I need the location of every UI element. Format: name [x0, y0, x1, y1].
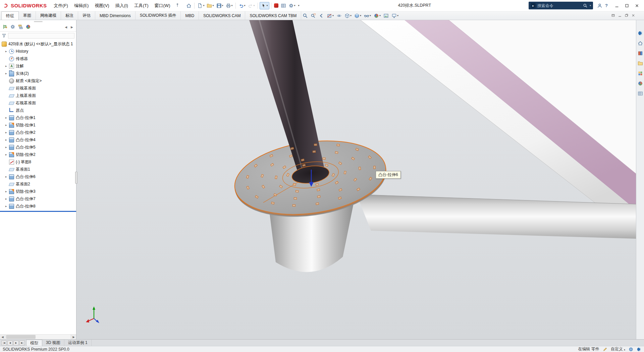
solidworks-resources-icon[interactable]	[637, 40, 644, 46]
tab-mbd-dimensions[interactable]: MBD Dimensions	[95, 11, 136, 20]
tree-item[interactable]: ▸History	[0, 48, 76, 55]
tab-cam-tbm[interactable]: SOLIDWORKS CAM TBM	[245, 11, 301, 20]
scrollbar-thumb[interactable]	[6, 335, 36, 339]
expand-arrow-icon[interactable]: ▸	[5, 124, 9, 127]
scroll-left-icon[interactable]: ◀	[0, 335, 5, 339]
fm-tab-scroll-left-icon[interactable]: ◀	[64, 25, 68, 30]
apply-scene-icon[interactable]	[383, 13, 389, 19]
tree-item[interactable]: ▸凸台-拉伸4	[0, 136, 76, 143]
tree-item[interactable]: ▸凸台-拉伸2	[0, 129, 76, 136]
tree-item[interactable]: ▸注解	[0, 62, 76, 70]
tree-filter-input[interactable]	[8, 33, 74, 39]
expand-arrow-icon[interactable]: ▸	[5, 72, 9, 75]
tree-item[interactable]: ▸切除-拉伸3	[0, 188, 76, 195]
edit-appearance-icon[interactable]: ▾	[373, 13, 381, 19]
tree-item[interactable]: ▸实体(2)	[0, 70, 76, 77]
tree-item[interactable]: 传感器	[0, 55, 76, 62]
doc-minimize-icon[interactable]	[618, 13, 622, 18]
user-account-icon[interactable]	[597, 3, 602, 8]
tree-item[interactable]: ▸切除-拉伸2	[0, 151, 76, 158]
viewport-3d-scene[interactable]	[76, 20, 636, 339]
panel-splitter-handle[interactable]	[75, 172, 77, 184]
tab-evaluate[interactable]: 评估	[78, 11, 95, 20]
tree-item[interactable]: 右视基准面	[0, 99, 76, 107]
menu-window[interactable]: 窗口(W)	[152, 1, 173, 10]
tab-cam[interactable]: SOLIDWORKS CAM	[199, 11, 245, 20]
search-icon[interactable]	[583, 3, 588, 8]
menu-file[interactable]: 文件(F)	[51, 1, 71, 10]
view-palette-icon[interactable]	[637, 70, 644, 76]
select-tool-button[interactable]: ▾	[260, 2, 269, 9]
expand-arrow-icon[interactable]: ▸	[5, 175, 9, 178]
file-explorer-icon[interactable]	[637, 60, 644, 66]
custom-properties-icon[interactable]	[637, 91, 644, 97]
save-button[interactable]: ▾	[215, 2, 224, 9]
help-sphere-icon[interactable]	[637, 347, 641, 352]
appearances-icon[interactable]	[637, 80, 644, 86]
panel-collapse-handle[interactable]	[0, 20, 76, 23]
display-style-icon[interactable]: ▾	[354, 13, 362, 19]
featuremanager-tree-tab[interactable]	[2, 24, 8, 31]
scroll-right-icon[interactable]: ▶	[71, 335, 76, 339]
home-button[interactable]	[185, 2, 193, 9]
last-tab-icon[interactable]: ▶|	[19, 341, 25, 345]
close-button[interactable]	[632, 1, 642, 10]
tree-item[interactable]: (-) 草图8	[0, 158, 76, 166]
graphics-viewport[interactable]: 凸台-拉伸6	[76, 20, 636, 339]
zoom-to-area-icon[interactable]	[310, 13, 317, 19]
settings-button[interactable]: ▾	[287, 2, 297, 9]
tree-item[interactable]: 前视基准面	[0, 84, 76, 92]
zoom-fit-icon[interactable]	[302, 13, 309, 19]
tab-mesh-modeling[interactable]: 网格建模	[36, 11, 61, 20]
tree-item[interactable]: ▸凸台-拉伸7	[0, 195, 76, 202]
maximize-button[interactable]	[622, 1, 632, 10]
status-custom-dropdown[interactable]: 自定义 ▴	[611, 346, 625, 352]
propertymanager-tab[interactable]	[10, 24, 15, 31]
menu-insert[interactable]: 插入(I)	[112, 1, 131, 10]
tab-sketch[interactable]: 草图	[19, 11, 36, 20]
menu-pin-icon[interactable]	[174, 2, 181, 9]
redo-button[interactable]: ▾	[247, 2, 256, 9]
options-list-button[interactable]	[280, 2, 287, 9]
tree-item[interactable]: ▸凸台-拉伸1	[0, 114, 76, 121]
design-library-icon[interactable]	[637, 50, 644, 56]
expand-arrow-icon[interactable]: ▸	[5, 153, 9, 156]
tab-model[interactable]: 模型	[26, 340, 42, 346]
hide-show-items-icon[interactable]: ▾	[363, 13, 372, 19]
fm-tab-scroll-right-icon[interactable]: ▶	[70, 25, 74, 30]
tree-item[interactable]: ▸凸台-拉伸8	[0, 202, 76, 210]
dynamic-annotation-views-icon[interactable]	[336, 13, 342, 19]
view-settings-icon[interactable]: ▾	[391, 13, 399, 19]
configurationmanager-tab[interactable]	[18, 24, 23, 31]
view-orientation-icon[interactable]: ▾	[344, 13, 352, 19]
search-dropdown-icon[interactable]: ▾	[590, 4, 591, 7]
minimize-button[interactable]	[612, 1, 622, 10]
tab-addins[interactable]: SOLIDWORKS 插件	[136, 11, 181, 20]
tree-item[interactable]: ▸凸台-拉伸6	[0, 173, 76, 180]
tree-item[interactable]: 材质 <未指定>	[0, 77, 76, 84]
3dexperience-icon[interactable]	[637, 30, 644, 36]
tree-item[interactable]: 上视基准面	[0, 92, 76, 99]
tree-item[interactable]: ▸切除-拉伸1	[0, 121, 76, 129]
command-search[interactable]: ▸ ▾	[529, 2, 593, 9]
expand-arrow-icon[interactable]: ▸	[5, 197, 9, 200]
tab-features[interactable]: 特征	[1, 11, 19, 20]
search-input[interactable]	[537, 3, 581, 8]
scrollbar-track[interactable]	[5, 335, 71, 339]
tree-item[interactable]: ▸凸台-拉伸5	[0, 143, 76, 151]
expand-arrow-icon[interactable]: ▸	[5, 205, 9, 208]
open-button[interactable]: ▾	[206, 2, 215, 9]
toolbar-overflow-button[interactable]: ▾	[297, 4, 301, 8]
expand-arrow-icon[interactable]: ▸	[5, 138, 9, 141]
filter-funnel-icon[interactable]	[2, 33, 6, 38]
menu-view[interactable]: 视图(V)	[92, 1, 112, 10]
tree-horizontal-scrollbar[interactable]: ◀ ▶	[0, 334, 76, 339]
globe-icon[interactable]	[629, 347, 633, 352]
expand-arrow-icon[interactable]: ▸	[5, 190, 9, 193]
doc-window-icon[interactable]	[611, 13, 615, 18]
tree-item[interactable]: 原点	[0, 107, 76, 114]
expand-arrow-icon[interactable]: ▸	[5, 131, 9, 134]
menu-edit[interactable]: 编辑(E)	[71, 1, 92, 10]
displaymanager-tab[interactable]	[25, 24, 31, 31]
expand-arrow-icon[interactable]: ▸	[5, 116, 9, 119]
